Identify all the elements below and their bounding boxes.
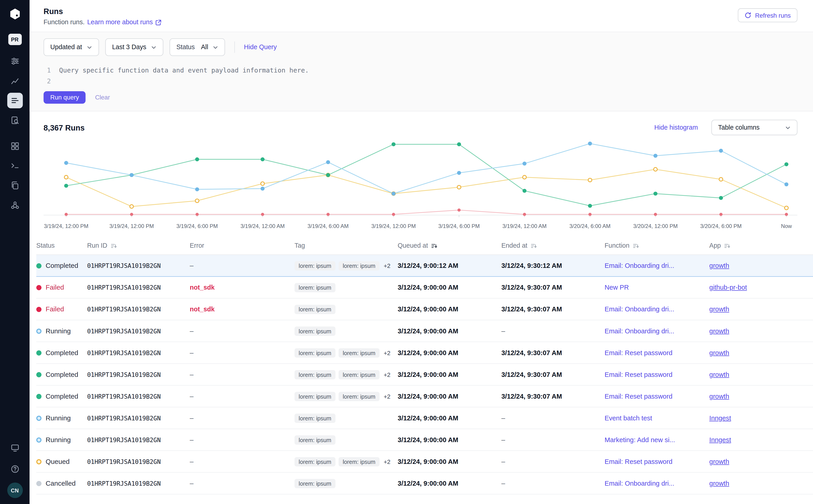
tag-chip[interactable]: lorem: ipsum: [294, 413, 335, 423]
metrics-icon[interactable]: [7, 73, 23, 89]
table-row[interactable]: Completed01HRPT19RJSA1019B2GN–lorem: ips…: [36, 364, 813, 385]
hide-histogram-link[interactable]: Hide histogram: [654, 124, 698, 131]
sort-icon[interactable]: [633, 242, 639, 249]
status-filter-select[interactable]: All: [198, 39, 224, 56]
function-link[interactable]: Email: Onboarding dri...: [605, 327, 674, 335]
table-row[interactable]: Completed01HRPT19RJSA1019B2GN–lorem: ips…: [36, 342, 813, 364]
app-link[interactable]: growth: [709, 371, 729, 378]
runs-histogram: 3/19/24, 12:00 PM3/19/24, 12:00 PM3/19/2…: [29, 138, 813, 231]
extra-tags-count[interactable]: +2: [383, 350, 390, 356]
tag-chip[interactable]: lorem: ipsum: [294, 392, 335, 401]
table-row[interactable]: Failed01HRPT19RJSA1019B2GNnot_sdklorem: …: [36, 298, 813, 320]
tag-chip[interactable]: lorem: ipsum: [338, 348, 379, 357]
docs-icon[interactable]: [7, 178, 23, 193]
function-link[interactable]: Event batch test: [605, 414, 652, 422]
extra-tags-count[interactable]: +2: [383, 262, 390, 269]
table-row[interactable]: Queued01HRPT19RJSA1019B2GN–lorem: ipsuml…: [36, 451, 813, 473]
table-columns-select[interactable]: Table columns: [711, 120, 798, 135]
function-link[interactable]: Marketing: Add new si...: [605, 436, 675, 443]
tag-chip[interactable]: lorem: ipsum: [294, 305, 335, 314]
tag-chip[interactable]: lorem: ipsum: [294, 435, 335, 444]
runs-icon[interactable]: [7, 93, 23, 108]
functions-icon[interactable]: [7, 158, 23, 174]
run-id-cell[interactable]: 01HRPT19RJSA1019B2GN: [87, 393, 190, 400]
sort-icon[interactable]: [724, 242, 731, 249]
column-header-queued-at[interactable]: Queued at: [397, 242, 501, 249]
table-row[interactable]: Failed01HRPT19RJSA1019B2GNnot_sdklorem: …: [36, 277, 813, 298]
extra-tags-count[interactable]: +2: [383, 458, 390, 465]
inngest-logo[interactable]: [7, 7, 22, 21]
app-link[interactable]: Inngest: [709, 414, 731, 422]
function-link[interactable]: Email: Onboarding dri...: [605, 262, 674, 269]
clear-query-button[interactable]: Clear: [95, 94, 110, 101]
hide-query-link[interactable]: Hide Query: [244, 44, 277, 51]
sort-icon[interactable]: [431, 242, 438, 249]
app-link[interactable]: growth: [709, 262, 729, 269]
column-header-ended-at[interactable]: Ended at: [502, 242, 605, 249]
function-link[interactable]: Email: Reset password: [605, 349, 672, 356]
column-header-app[interactable]: App: [709, 242, 798, 249]
run-id-cell[interactable]: 01HRPT19RJSA1019B2GN: [87, 305, 190, 313]
apps-icon[interactable]: [7, 138, 23, 154]
webhooks-icon[interactable]: [7, 197, 23, 213]
function-link[interactable]: New PR: [605, 283, 629, 291]
table-row[interactable]: Running01HRPT19RJSA1019B2GN–lorem: ipsum…: [36, 320, 813, 342]
app-link[interactable]: Inngest: [709, 436, 731, 443]
run-query-button[interactable]: Run query: [44, 91, 86, 104]
tag-chip[interactable]: lorem: ipsum: [338, 370, 379, 379]
filters-icon[interactable]: [7, 53, 23, 69]
function-link[interactable]: Email: Reset password: [605, 371, 672, 378]
user-avatar[interactable]: CN: [7, 482, 23, 498]
tag-chip[interactable]: lorem: ipsum: [338, 261, 379, 270]
column-header-run-id[interactable]: Run ID: [87, 242, 190, 249]
tag-chip[interactable]: lorem: ipsum: [294, 370, 335, 379]
run-id-cell[interactable]: 01HRPT19RJSA1019B2GN: [87, 436, 190, 443]
tag-chip[interactable]: lorem: ipsum: [294, 326, 335, 336]
function-link[interactable]: Email: Onboarding dri...: [605, 479, 674, 487]
column-header-function[interactable]: Function: [605, 242, 709, 249]
tag-chip[interactable]: lorem: ipsum: [338, 457, 379, 466]
app-link[interactable]: github-pr-bot: [709, 283, 747, 291]
learn-more-link[interactable]: Learn more about runs: [87, 19, 162, 26]
app-link[interactable]: growth: [709, 458, 729, 465]
run-id-cell[interactable]: 01HRPT19RJSA1019B2GN: [87, 262, 190, 269]
query-editor[interactable]: 1 Query specific function data and event…: [44, 65, 797, 87]
sort-field-select[interactable]: Updated at: [44, 38, 99, 56]
table-row[interactable]: Completed01HRPT19RJSA1019B2GN–lorem: ips…: [36, 386, 813, 407]
sort-icon[interactable]: [531, 242, 537, 249]
table-row[interactable]: Cancelled01HRPT19RJSA1019B2GN–lorem: ips…: [36, 473, 813, 494]
run-id-cell[interactable]: 01HRPT19RJSA1019B2GN: [87, 458, 190, 465]
run-id-cell[interactable]: 01HRPT19RJSA1019B2GN: [87, 480, 190, 487]
table-row[interactable]: Running01HRPT19RJSA1019B2GN–lorem: ipsum…: [36, 429, 813, 451]
tag-chip[interactable]: lorem: ipsum: [294, 348, 335, 357]
run-id-cell[interactable]: 01HRPT19RJSA1019B2GN: [87, 414, 190, 422]
tag-chip[interactable]: lorem: ipsum: [338, 392, 379, 401]
tag-chip[interactable]: lorem: ipsum: [294, 479, 335, 488]
function-link[interactable]: Email: Reset password: [605, 458, 672, 465]
app-link[interactable]: growth: [709, 327, 729, 335]
table-row[interactable]: Completed01HRPT19RJSA1019B2GN–lorem: ips…: [36, 255, 813, 277]
tag-chip[interactable]: lorem: ipsum: [294, 283, 335, 292]
sort-icon[interactable]: [110, 242, 117, 249]
refresh-runs-button[interactable]: Refresh runs: [738, 8, 797, 22]
run-id-cell[interactable]: 01HRPT19RJSA1019B2GN: [87, 327, 190, 334]
search-docs-icon[interactable]: [7, 112, 23, 128]
tag-chip[interactable]: lorem: ipsum: [294, 261, 335, 270]
app-link[interactable]: growth: [709, 392, 729, 400]
run-id-cell[interactable]: 01HRPT19RJSA1019B2GN: [87, 349, 190, 356]
app-link[interactable]: growth: [709, 479, 729, 487]
function-link[interactable]: Email: Reset password: [605, 392, 672, 400]
tag-chip[interactable]: lorem: ipsum: [294, 457, 335, 466]
help-icon[interactable]: [7, 461, 23, 477]
workspace-badge[interactable]: PR: [8, 34, 21, 45]
app-link[interactable]: growth: [709, 349, 729, 356]
dev-server-icon[interactable]: [7, 440, 23, 456]
extra-tags-count[interactable]: +2: [383, 393, 390, 399]
table-row[interactable]: Running01HRPT19RJSA1019B2GN–lorem: ipsum…: [36, 407, 813, 429]
extra-tags-count[interactable]: +2: [383, 371, 390, 378]
time-range-select[interactable]: Last 3 Days: [105, 38, 163, 56]
run-id-cell[interactable]: 01HRPT19RJSA1019B2GN: [87, 284, 190, 291]
run-id-cell[interactable]: 01HRPT19RJSA1019B2GN: [87, 371, 190, 378]
function-link[interactable]: Email: Onboarding dri...: [605, 305, 674, 313]
app-link[interactable]: growth: [709, 305, 729, 313]
